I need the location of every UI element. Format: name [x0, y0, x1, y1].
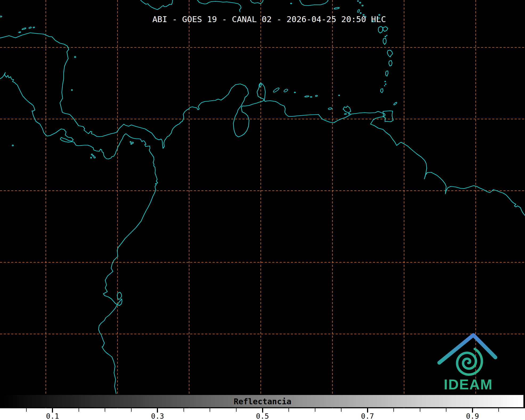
- island-outline: [360, 13, 361, 14]
- colorbar-minor-tick: [315, 408, 315, 412]
- island-outline: [357, 9, 360, 13]
- coastline-path: [250, 0, 263, 4]
- island-outline: [75, 56, 76, 58]
- colorbar-tick-label: 0.3: [151, 412, 164, 420]
- coastline-path: [387, 50, 393, 57]
- colorbar-minor-tick: [210, 408, 210, 412]
- island-outline: [71, 89, 72, 91]
- colorbar-minor-tick: [79, 408, 79, 412]
- island-outline: [393, 102, 397, 105]
- island-outline: [132, 142, 133, 144]
- logo-hurricane-spiral-icon: [457, 349, 482, 375]
- island-outline: [315, 95, 318, 96]
- island-outline: [305, 96, 309, 97]
- map-title: ABI - GOES 19 - CANAL 02 - 2026-04-25 20…: [0, 14, 525, 24]
- colorbar-minor-tick: [26, 408, 27, 412]
- coastline-path: [381, 89, 383, 93]
- island-outline: [385, 84, 386, 85]
- island-outline: [357, 1, 359, 2]
- island-outline: [384, 85, 385, 86]
- colorbar-minor-tick: [420, 408, 420, 412]
- colorbar-minor-tick: [341, 408, 341, 412]
- coastline-path: [197, 0, 241, 12]
- colorbar-tick-label: 0.7: [361, 412, 374, 420]
- colorbar-tick-label: 0.1: [46, 412, 59, 420]
- coastline-path: [300, 0, 328, 6]
- coastline-path: [378, 26, 383, 33]
- coastline-path: [0, 33, 525, 215]
- colorbar-tick-label: 0.5: [256, 412, 269, 420]
- island-outline: [22, 27, 26, 30]
- islands: [0, 1, 397, 158]
- coastline-path: [141, 0, 173, 10]
- island-outline: [291, 3, 292, 4]
- coastline-path: [383, 38, 386, 44]
- colorbar-minor-tick: [131, 408, 132, 412]
- island-outline: [328, 108, 332, 110]
- coastlines: [0, 0, 525, 394]
- satellite-image-screen: IDEAM ABI - GOES 19 - CANAL 02 - 2026-04…: [0, 0, 525, 420]
- island-outline: [339, 95, 340, 96]
- colorbar-minor-tick: [498, 408, 499, 412]
- coastline-path: [0, 72, 158, 394]
- island-outline: [360, 2, 361, 3]
- island-outline: [310, 97, 312, 97]
- ideam-logo: IDEAM: [439, 335, 495, 392]
- island-outline: [94, 157, 95, 158]
- island-outline: [29, 27, 32, 28]
- coastline-path: [117, 292, 122, 300]
- island-outline: [19, 32, 21, 33]
- island-outline: [91, 154, 93, 155]
- island-outline: [334, 7, 340, 9]
- colorbar-label: Reflectancia: [0, 397, 525, 406]
- colorbar-axis: 0.10.30.50.70.9: [0, 408, 525, 420]
- island-outline: [93, 155, 94, 156]
- island-outline: [362, 5, 363, 6]
- island-outline: [385, 36, 386, 37]
- coastline-path: [389, 60, 392, 66]
- island-outline: [348, 113, 350, 114]
- colorbar-tick-label: 0.9: [466, 412, 479, 420]
- colorbar-minor-tick: [236, 408, 237, 412]
- colorbar-minor-tick: [105, 408, 105, 412]
- island-outline: [130, 141, 131, 142]
- island-outline: [259, 83, 262, 87]
- island-outline: [294, 92, 296, 93]
- colorbar-minor-tick: [184, 408, 184, 412]
- island-outline: [283, 89, 288, 93]
- coastline-path: [383, 111, 393, 122]
- island-outline: [344, 113, 347, 115]
- colorbar-minor-tick: [288, 408, 289, 412]
- coastline-path: [386, 71, 388, 76]
- coastline-path: [343, 106, 351, 113]
- satellite-map: IDEAM: [0, 0, 525, 420]
- island-outline: [273, 87, 280, 93]
- island-outline: [33, 27, 35, 28]
- island-outline: [386, 35, 387, 36]
- island-outline: [12, 145, 14, 146]
- logo-text: IDEAM: [444, 376, 493, 392]
- island-outline: [385, 81, 386, 82]
- colorbar-minor-tick: [446, 408, 446, 412]
- island-outline: [91, 157, 92, 158]
- coastline-path: [383, 27, 388, 31]
- island-outline: [131, 143, 132, 144]
- colorbar-minor-tick: [393, 408, 394, 412]
